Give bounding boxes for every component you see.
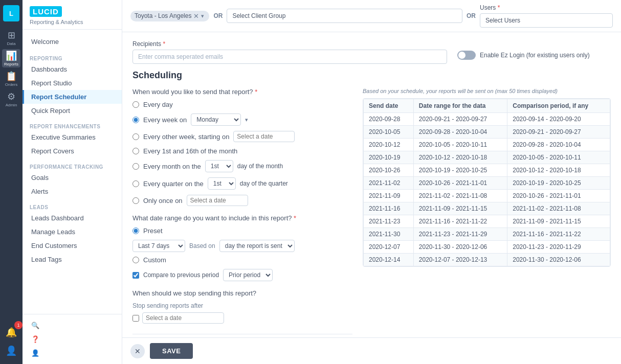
radio-every-other-week: Every other week, starting on	[132, 131, 352, 142]
users-label: Users *	[480, 4, 613, 11]
users-select-wrapper: Users * Select Users	[480, 4, 613, 28]
nav-item-lead-tags[interactable]: Lead Tags	[23, 253, 122, 266]
radio-every-week-input[interactable]	[132, 117, 139, 123]
stop-date-input[interactable]	[142, 312, 224, 324]
quarter-day-select[interactable]: 1st2nd3rd4th	[208, 177, 236, 190]
nav-item-leads-dashboard[interactable]: Leads Dashboard	[23, 211, 122, 225]
cell-comparison: 2020-09-14 - 2020-09-20	[507, 113, 610, 126]
radio-only-once-label: Only once on	[143, 197, 183, 204]
nav-item-dashboards[interactable]: Dashboards	[23, 62, 122, 76]
nav-item-manage-leads[interactable]: Manage Leads	[23, 225, 122, 239]
radio-every-quarter-input[interactable]	[132, 180, 139, 187]
cell-date-range: 2020-10-12 - 2020-10-18	[413, 151, 507, 164]
nav-enhancements-section: REPORT ENHANCEMENTS Executive Summaries …	[23, 118, 122, 158]
compare-label: Compare to previous period	[143, 271, 219, 279]
radio-preset-input[interactable]	[132, 228, 139, 234]
cell-date-range: 2020-09-21 - 2020-09-27	[413, 113, 507, 126]
preset-range-select[interactable]: Last 7 days Last 30 days Last 90 days Th…	[132, 240, 185, 252]
radio-custom-input[interactable]	[132, 257, 139, 263]
radio-every-week: Every week on Monday Tuesday Wednesday T…	[132, 113, 352, 126]
cell-date-range: 2020-10-19 - 2020-10-25	[413, 164, 507, 177]
only-once-date-input[interactable]	[187, 195, 248, 206]
nav-item-search[interactable]: 🔍	[23, 318, 122, 332]
table-row: 2021-11-16 2021-11-09 - 2021-11-15 2021-…	[364, 202, 610, 215]
schedule-info-text: Based on your schedule, your reports wil…	[363, 88, 611, 94]
based-on-label: Based on	[189, 242, 215, 249]
nav-item-alerts[interactable]: Alerts	[23, 185, 122, 198]
table-row: 2020-10-19 2020-10-12 - 2020-10-18 2020-…	[364, 151, 610, 164]
user-avatar-icon[interactable]: 👤	[2, 342, 20, 360]
nav-item-executive-summaries[interactable]: Executive Summaries	[23, 130, 122, 144]
client-tag: Toyota - Los Angeles ✕ ▾	[130, 11, 209, 21]
radio-every-day-input[interactable]	[132, 101, 139, 108]
cell-comparison: 2020-09-28 - 2020-10-04	[507, 139, 610, 151]
stop-sending-question: When should we stop sending this report?	[132, 289, 352, 297]
every-other-week-date-input[interactable]	[233, 131, 295, 142]
radio-every-month: Every month on the 1st2nd3rd4th day of t…	[132, 160, 352, 172]
recipients-input[interactable]	[132, 50, 447, 64]
sidebar-orders-icon[interactable]: 📋 Orders	[2, 70, 20, 88]
compare-checkbox[interactable]	[132, 272, 139, 279]
cell-comparison: 2021-11-09 - 2021-11-15	[507, 215, 610, 228]
preset-row: Last 7 days Last 30 days Last 90 days Th…	[132, 240, 352, 252]
cell-send-date: 2021-11-16	[364, 202, 414, 215]
cell-comparison: 2021-11-02 - 2021-11-08	[507, 202, 610, 215]
based-on-select[interactable]: day the report is sent today	[219, 240, 295, 252]
radio-only-once-input[interactable]	[132, 197, 139, 204]
nav-item-report-scheduler[interactable]: Report Scheduler	[23, 90, 122, 104]
cell-date-range: 2021-11-02 - 2021-11-08	[413, 190, 507, 202]
nav-item-report-covers[interactable]: Report Covers	[23, 144, 122, 158]
nav-item-quick-report[interactable]: Quick Report	[23, 104, 122, 118]
radio-every-other-input[interactable]	[132, 133, 139, 140]
bottom-bar: ✕ SAVE	[122, 337, 621, 364]
radio-every-quarter: Every quarter on the 1st2nd3rd4th day of…	[132, 177, 352, 190]
schedule-table-wrapper[interactable]: Send date Date range for the data Compar…	[363, 98, 611, 267]
schedule-table-header-row: Send date Date range for the data Compar…	[364, 99, 610, 113]
close-button[interactable]: ✕	[130, 344, 145, 358]
client-group-select-wrapper: Select Client Group	[227, 9, 462, 23]
cell-send-date: 2020-10-05	[364, 126, 414, 139]
table-row: 2020-12-14 2020-12-07 - 2020-12-13 2020-…	[364, 254, 610, 266]
week-day-dropdown-arrow[interactable]: ▾	[245, 117, 248, 123]
nav-section-leads-title: LEADS	[23, 202, 122, 211]
nav-performance-section: PERFORMANCE TRACKING Goals Alerts	[23, 158, 122, 198]
nav-item-user[interactable]: 👤	[23, 346, 122, 360]
remove-client-tag-button[interactable]: ✕	[193, 12, 199, 20]
cell-send-date: 2020-10-19	[364, 151, 414, 164]
notification-icon[interactable]: 🔔 1	[2, 323, 20, 342]
cell-comparison: 2020-10-19 - 2020-10-25	[507, 177, 610, 190]
sidebar-data-icon[interactable]: ⊞ Data	[2, 29, 20, 47]
week-day-select[interactable]: Monday Tuesday Wednesday Thursday Friday…	[191, 113, 241, 126]
nav-item-goals[interactable]: Goals	[23, 171, 122, 185]
sidebar-icon-panel: L ⊞ Data 📊 Reports 📋 Orders ⚙ Admin 🔔 1 …	[0, 0, 23, 364]
cell-send-date: 2020-10-12	[364, 139, 414, 151]
nav-item-help[interactable]: ❓	[23, 332, 122, 346]
cell-comparison: 2020-09-21 - 2020-09-27	[507, 126, 610, 139]
nav-subtitle: Reporting & Analytics	[30, 19, 115, 25]
compare-period-select[interactable]: Prior period Prior year	[223, 269, 273, 281]
save-button[interactable]: SAVE	[150, 343, 193, 359]
nav-section-reporting-title: REPORTING	[23, 54, 122, 62]
nav-item-welcome[interactable]: Welcome	[23, 34, 122, 50]
radio-1st-16th-input[interactable]	[132, 148, 139, 154]
nav-item-end-customers[interactable]: End Customers	[23, 239, 122, 253]
radio-every-month-input[interactable]	[132, 163, 139, 170]
nav-bottom: 🔍 ❓ 👤	[23, 314, 122, 364]
sidebar-reports-icon[interactable]: 📊 Reports	[2, 49, 20, 67]
stop-date-checkbox[interactable]	[132, 315, 139, 322]
client-group-select[interactable]: Select Client Group	[227, 9, 462, 23]
recipients-row: Recipients * Enable Ez Login (for existi…	[132, 40, 611, 64]
sidebar-admin-icon[interactable]: ⚙ Admin	[2, 90, 20, 108]
ez-login-toggle[interactable]	[457, 51, 476, 60]
cell-comparison: 2020-10-26 - 2021-11-01	[507, 190, 610, 202]
tag-dropdown-arrow[interactable]: ▾	[201, 13, 204, 19]
app-logo-icon: L	[3, 5, 19, 21]
schedule-table-body: 2020-09-28 2020-09-21 - 2020-09-27 2020-…	[364, 113, 610, 266]
nav-item-report-studio[interactable]: Report Studio	[23, 76, 122, 90]
radio-custom-label: Custom	[143, 256, 166, 264]
table-row: 2020-10-12 2020-10-05 - 2020-10-11 2020-…	[364, 139, 610, 151]
stop-date-row	[132, 312, 352, 324]
month-day-select[interactable]: 1st2nd3rd4th	[205, 160, 233, 172]
radio-only-once: Only once on	[132, 195, 352, 206]
users-select[interactable]: Select Users	[480, 13, 613, 28]
